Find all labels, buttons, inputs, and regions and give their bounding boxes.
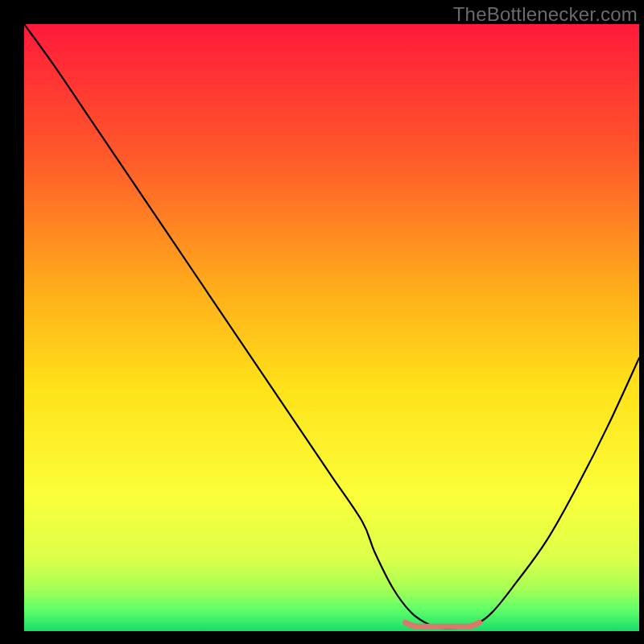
svg-rect-2 [24,601,639,603]
svg-rect-0 [24,588,639,590]
svg-rect-4 [24,613,639,616]
svg-rect-5 [24,620,639,622]
watermark-text: TheBottlenecker.com [453,3,638,26]
chart-frame: TheBottlenecker.com [0,0,644,644]
svg-rect-1 [24,594,639,597]
plot-area [24,24,639,631]
svg-rect-3 [24,607,639,609]
chart-svg [24,24,639,631]
